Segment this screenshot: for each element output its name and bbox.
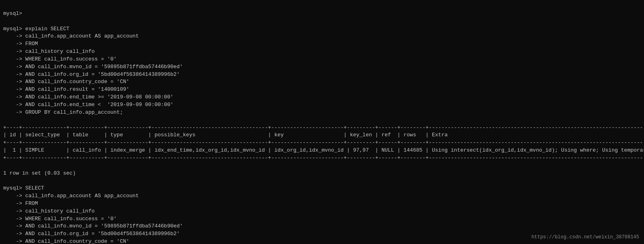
watermark: https://blog.csdn.net/weixin_38708145 <box>532 234 639 241</box>
terminal-output: mysql> mysql> explain SELECT -> call_inf… <box>0 0 644 244</box>
explain-result-info: 1 row in set (0.03 sec) mysql> SELECT ->… <box>3 170 183 244</box>
line-2: mysql> explain SELECT -> call_info.app_a… <box>3 26 183 115</box>
line-1: mysql> <box>3 10 22 17</box>
explain-table-sep1: +----+--------------+-----------+-------… <box>3 125 644 161</box>
